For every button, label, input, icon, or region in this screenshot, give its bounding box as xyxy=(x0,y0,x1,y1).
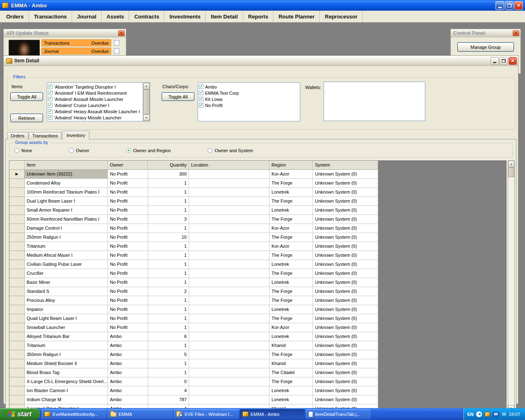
chars-filter-row[interactable]: ✓No Profit xyxy=(199,102,300,108)
items-toggle-all-button[interactable]: Toggle All xyxy=(10,92,43,101)
cell[interactable]: Unknown System (0) xyxy=(313,350,378,359)
item-filter-row[interactable]: ✓'Abandon' Targeting Disruptor I xyxy=(48,84,143,90)
wallets-list[interactable] xyxy=(324,82,425,121)
row-indicator[interactable] xyxy=(9,179,25,188)
cell[interactable] xyxy=(189,170,269,179)
table-row[interactable]: 50mm Reinforced Nanofiber Plates INo Pro… xyxy=(9,215,506,224)
cell[interactable]: The Forge xyxy=(269,179,313,188)
cell[interactable]: Unknown System (0) xyxy=(313,377,378,386)
table-row[interactable]: 'Langour' Drive Disruptor IAmbo4KhanidUn… xyxy=(9,404,506,408)
cell[interactable] xyxy=(189,296,269,305)
cell[interactable]: No Profit xyxy=(108,242,148,251)
cell[interactable]: 1 xyxy=(148,368,189,377)
table-row[interactable]: ▶Unknown Item (30222)No Profit300Kor-Azo… xyxy=(9,170,506,179)
column-header-system[interactable]: System xyxy=(313,161,378,170)
cell[interactable]: Unknown System (0) xyxy=(313,359,378,368)
row-indicator[interactable] xyxy=(9,197,25,206)
cell[interactable] xyxy=(189,359,269,368)
cell[interactable]: Standard S xyxy=(25,287,108,296)
menu-item-assets[interactable]: Assets xyxy=(102,11,130,22)
cell[interactable] xyxy=(189,197,269,206)
cell[interactable]: 1 xyxy=(148,251,189,260)
minimize-button[interactable] xyxy=(495,1,504,10)
scroll-thumb[interactable] xyxy=(143,89,150,114)
row-indicator[interactable] xyxy=(9,314,25,323)
row-indicator[interactable] xyxy=(9,404,25,408)
cell[interactable]: 0 xyxy=(148,377,189,386)
cell[interactable]: Unknown Item (30222) xyxy=(25,170,108,179)
cell[interactable]: Unknown System (0) xyxy=(313,260,378,269)
cell[interactable]: Kor-Azor xyxy=(269,170,313,179)
cell[interactable]: Unknown System (0) xyxy=(313,305,378,314)
table-row[interactable]: Iridium Charge MAmbo787LonetrekUnknown S… xyxy=(9,395,506,404)
table-row[interactable]: TritaniumAmbo1KhanidUnknown System (0) xyxy=(9,341,506,350)
row-indicator[interactable] xyxy=(9,305,25,314)
cell[interactable]: The Forge xyxy=(269,314,313,323)
table-row[interactable]: Alloyed Tritanium BarAmbo6LonetrekUnknow… xyxy=(9,332,506,341)
column-header-region[interactable]: Region xyxy=(269,161,313,170)
cell[interactable]: Unknown System (0) xyxy=(313,332,378,341)
item-filter-list-scrollbar[interactable]: ▲ ▼ xyxy=(143,83,150,121)
row-indicator-current[interactable]: ▶ xyxy=(9,170,25,179)
cell[interactable]: The Forge xyxy=(269,296,313,305)
cell[interactable]: The Forge xyxy=(269,350,313,359)
radio-owner[interactable]: Owner xyxy=(69,148,89,153)
menu-item-reprocessor[interactable]: Reprocessor xyxy=(320,11,363,22)
cell[interactable]: Unknown System (0) xyxy=(313,278,378,287)
cell[interactable]: Unknown System (0) xyxy=(313,215,378,224)
cell[interactable] xyxy=(189,341,269,350)
checkbox-icon[interactable]: ✓ xyxy=(48,115,52,120)
cell[interactable]: Ambo xyxy=(108,341,148,350)
cell[interactable] xyxy=(189,395,269,404)
cell[interactable]: Lonetrek xyxy=(269,332,313,341)
checkbox-icon[interactable]: ✓ xyxy=(199,97,203,101)
cell[interactable]: 350mm Railgun I xyxy=(25,350,108,359)
cell[interactable] xyxy=(189,278,269,287)
cell[interactable] xyxy=(189,233,269,242)
cell[interactable]: X-Large C5-L Emergency Shield Overl... xyxy=(25,377,108,386)
tab-inventory[interactable]: Inventory xyxy=(62,131,89,140)
cell[interactable]: Civilian Gatling Pulse Laser xyxy=(25,260,108,269)
item-filter-list[interactable]: ✓'Abandon' Targeting Disruptor I✓'Anoint… xyxy=(47,82,150,121)
menu-item-route-planner[interactable]: Route Planner xyxy=(274,11,320,22)
cell[interactable]: Unknown System (0) xyxy=(313,188,378,197)
row-indicator[interactable] xyxy=(9,395,25,404)
row-indicator[interactable] xyxy=(9,350,25,359)
cell[interactable]: Lonetrek xyxy=(269,206,313,215)
menu-item-orders[interactable]: Orders xyxy=(1,11,29,22)
tab-transactions[interactable]: Transactions xyxy=(29,132,62,139)
item-detail-close-button[interactable]: × xyxy=(509,57,517,65)
row-indicator[interactable] xyxy=(9,377,25,386)
checkbox-icon[interactable]: ✓ xyxy=(48,109,52,114)
table-row[interactable]: ImpairorNo Profit1LonetrekUnknown System… xyxy=(9,305,506,314)
tab-orders[interactable]: Orders xyxy=(7,132,28,139)
cell[interactable]: No Profit xyxy=(108,233,148,242)
cell[interactable] xyxy=(189,215,269,224)
grid-scroll-thumb[interactable] xyxy=(508,167,514,177)
cell[interactable]: Unknown System (0) xyxy=(313,179,378,188)
grid-scrollbar[interactable]: ▲ ▼ xyxy=(508,160,515,408)
cell[interactable]: 5 xyxy=(148,350,189,359)
cell[interactable]: 1 xyxy=(148,314,189,323)
row-indicator[interactable] xyxy=(9,332,25,341)
close-button[interactable]: × xyxy=(514,1,523,10)
chars-filter-row[interactable]: ✓Kit Lowa xyxy=(199,96,300,102)
item-filter-row[interactable]: ✓'Arbalest' Heavy Assault Missile Launch… xyxy=(48,108,143,114)
item-detail-minimize-button[interactable] xyxy=(491,57,499,65)
cell[interactable]: Unknown System (0) xyxy=(313,242,378,251)
cell[interactable]: 1 xyxy=(148,179,189,188)
radio-owner-and-region[interactable]: Owner and Region xyxy=(126,148,171,153)
cell[interactable]: The Forge xyxy=(269,215,313,224)
cell[interactable]: No Profit xyxy=(108,188,148,197)
chars-toggle-all-button[interactable]: Toggle All xyxy=(162,92,194,101)
table-row[interactable]: Snowball LauncherNo Profit1Kor-AzorUnkno… xyxy=(9,323,506,332)
row-indicator[interactable] xyxy=(9,242,25,251)
cell[interactable]: 300 xyxy=(148,170,189,179)
table-row[interactable]: 350mm Railgun IAmbo5The ForgeUnknown Sys… xyxy=(9,350,506,359)
radio-owner-and-system[interactable]: Owner and System xyxy=(208,148,253,153)
cell[interactable]: Crucifier xyxy=(25,269,108,278)
menu-item-contracts[interactable]: Contracts xyxy=(129,11,164,22)
cell[interactable]: The Forge xyxy=(269,197,313,206)
cell[interactable]: Ambo xyxy=(108,395,148,404)
cell[interactable]: No Profit xyxy=(108,314,148,323)
